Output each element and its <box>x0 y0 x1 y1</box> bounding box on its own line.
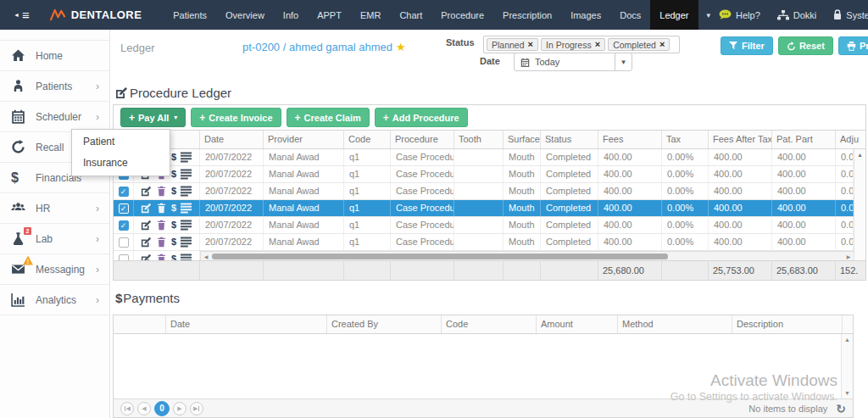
edit-icon[interactable] <box>141 237 152 248</box>
nav-item-ledger[interactable]: Ledger <box>650 0 698 30</box>
table-row[interactable]: ✓$20/07/2022Manal Awadq1Case ProcedureMo… <box>114 183 854 200</box>
payments-vertical-scrollbar[interactable]: ▲ ▼ <box>841 334 853 398</box>
payments-column-created-by[interactable]: Created By <box>327 315 442 333</box>
nav-item-patients[interactable]: Patients <box>164 0 216 30</box>
pager-next-button[interactable]: ▶ <box>173 402 186 415</box>
sidebar-item-hr[interactable]: HR› <box>0 193 109 224</box>
payment-dollar-icon[interactable]: $ <box>171 169 176 180</box>
column-header-adju[interactable]: Adju <box>836 131 854 148</box>
payment-dollar-icon[interactable]: $ <box>171 152 176 163</box>
nav-item-docs[interactable]: Docs <box>610 0 650 30</box>
pay-all-button[interactable]: +Pay All▾ <box>120 108 186 127</box>
column-header-procedure[interactable]: Procedure <box>391 131 454 148</box>
details-list-icon[interactable] <box>181 254 192 260</box>
nav-item-emr[interactable]: EMR <box>351 0 390 30</box>
status-chip-in-progress[interactable]: In Progress× <box>541 38 605 51</box>
sidebar-item-patients[interactable]: Patients› <box>0 71 109 102</box>
column-header-fees-after-tax[interactable]: Fees After Tax <box>709 131 772 148</box>
payments-column-method[interactable]: Method <box>618 315 732 333</box>
delete-icon[interactable] <box>156 254 167 260</box>
scroll-up-icon[interactable]: ▲ <box>857 152 863 158</box>
table-row[interactable]: ✓$20/07/2022Manal Awadq1Case ProcedureMo… <box>114 217 854 234</box>
payments-column-description[interactable]: Description <box>732 315 843 333</box>
table-row[interactable]: ✓$20/07/2022Manal Awadq1Case ProcedureMo… <box>114 149 854 166</box>
column-header-status[interactable]: Status <box>541 131 598 148</box>
clinic-menu[interactable]: Dokki <box>777 10 817 20</box>
nav-item-images[interactable]: Images <box>561 0 610 30</box>
favorite-star-icon[interactable]: ★ <box>396 41 406 53</box>
pager-first-button[interactable]: ◀ <box>120 402 134 415</box>
pager-prev-button[interactable]: ◀ <box>137 402 151 415</box>
row-checkbox[interactable]: ✓ <box>119 203 129 214</box>
scroll-left-icon[interactable]: ◀ <box>201 254 211 259</box>
table-row[interactable]: ✓$20/07/2022Manal Awadq1Case ProcedureMo… <box>114 200 854 217</box>
nav-item-info[interactable]: Info <box>274 0 308 30</box>
column-header-date[interactable]: Date <box>200 131 264 148</box>
scroll-right-icon[interactable]: ▶ <box>843 254 854 259</box>
scrollbar-thumb[interactable] <box>212 254 668 259</box>
remove-chip-icon[interactable]: × <box>659 40 665 49</box>
sidebar-item-home[interactable]: Home <box>0 41 109 71</box>
payment-dollar-icon[interactable]: $ <box>171 254 176 260</box>
details-list-icon[interactable] <box>181 152 192 163</box>
payments-column-code[interactable]: Code <box>442 315 537 333</box>
status-chips-box[interactable]: Planned×In Progress×Completed× <box>483 36 680 53</box>
row-checkbox[interactable] <box>119 254 129 261</box>
dropdown-item-patient[interactable]: Patient <box>72 131 170 153</box>
print-button[interactable]: Print <box>838 36 868 55</box>
table-row[interactable]: $20/07/2022Manal Awadq1Case ProcedureMou… <box>114 234 854 251</box>
edit-icon[interactable] <box>141 254 152 260</box>
nav-more-caret-icon[interactable]: ▾ <box>698 0 720 30</box>
user-menu[interactable]: System Administratorr ▾ <box>833 9 868 20</box>
sidebar-item-analytics[interactable]: Analytics› <box>0 285 109 315</box>
details-list-icon[interactable] <box>181 203 192 214</box>
sidebar-item-lab[interactable]: 2Lab› <box>0 224 109 254</box>
status-chip-planned[interactable]: Planned× <box>487 38 538 51</box>
create-invoice-button[interactable]: +Create Invoice <box>191 108 281 127</box>
row-checkbox[interactable]: ✓ <box>119 187 129 197</box>
patient-link[interactable]: pt-0200 / ahmed gamal ahmed ★ <box>242 41 406 53</box>
edit-icon[interactable] <box>141 203 152 214</box>
nav-item-chart[interactable]: Chart <box>390 0 431 30</box>
status-chip-completed[interactable]: Completed× <box>608 38 670 51</box>
column-header-tooth[interactable]: Tooth <box>454 131 504 148</box>
details-list-icon[interactable] <box>181 237 192 248</box>
edit-icon[interactable] <box>141 220 152 231</box>
nav-item-appt[interactable]: APPT <box>308 0 351 30</box>
remove-chip-icon[interactable]: × <box>528 40 533 49</box>
sidebar-item-scheduler[interactable]: Scheduler› <box>0 102 109 132</box>
scroll-up-icon[interactable]: ▲ <box>844 337 850 343</box>
column-header-fees[interactable]: Fees <box>598 131 662 148</box>
details-list-icon[interactable] <box>181 169 192 180</box>
add-procedure-button[interactable]: +Add Procedure <box>375 108 468 127</box>
payment-dollar-icon[interactable]: $ <box>171 220 176 231</box>
edit-icon[interactable] <box>141 186 152 197</box>
payments-column-date[interactable]: Date <box>166 315 327 333</box>
details-list-icon[interactable] <box>181 186 192 197</box>
delete-icon[interactable] <box>156 220 167 231</box>
delete-icon[interactable] <box>156 186 167 197</box>
filter-button[interactable]: Filter <box>721 36 773 55</box>
proc-vertical-scrollbar[interactable]: ▲ <box>854 149 865 260</box>
create-claim-button[interactable]: +Create Claim <box>287 108 370 127</box>
sidebar-collapse-icon[interactable]: ◄ ≡ <box>14 0 30 30</box>
details-list-icon[interactable] <box>181 220 192 231</box>
date-caret-button[interactable]: ▾ <box>615 53 632 70</box>
sidebar-item-messaging[interactable]: !Messaging› <box>0 254 109 285</box>
table-row[interactable]: ✓$20/07/2022Manal Awadq1Case ProcedureMo… <box>114 166 854 183</box>
date-select[interactable]: Today ▾ <box>514 53 632 71</box>
pager-page-button[interactable]: 0 <box>154 401 170 416</box>
pager-last-button[interactable]: ▶ <box>190 402 203 415</box>
row-checkbox[interactable] <box>119 237 129 248</box>
nav-item-procedure[interactable]: Procedure <box>431 0 493 30</box>
nav-item-prescription[interactable]: Prescription <box>493 0 561 30</box>
column-header-provider[interactable]: Provider <box>264 131 344 148</box>
brand-logo[interactable]: DENTALORE <box>50 0 142 30</box>
column-header-code[interactable]: Code <box>344 131 391 148</box>
delete-icon[interactable] <box>156 203 167 214</box>
scroll-down-icon[interactable]: ▼ <box>844 390 850 396</box>
payment-dollar-icon[interactable]: $ <box>171 203 176 214</box>
delete-icon[interactable] <box>156 237 167 248</box>
proc-horizontal-scrollbar[interactable]: ◀▶ <box>200 251 854 260</box>
nav-item-overview[interactable]: Overview <box>216 0 274 30</box>
